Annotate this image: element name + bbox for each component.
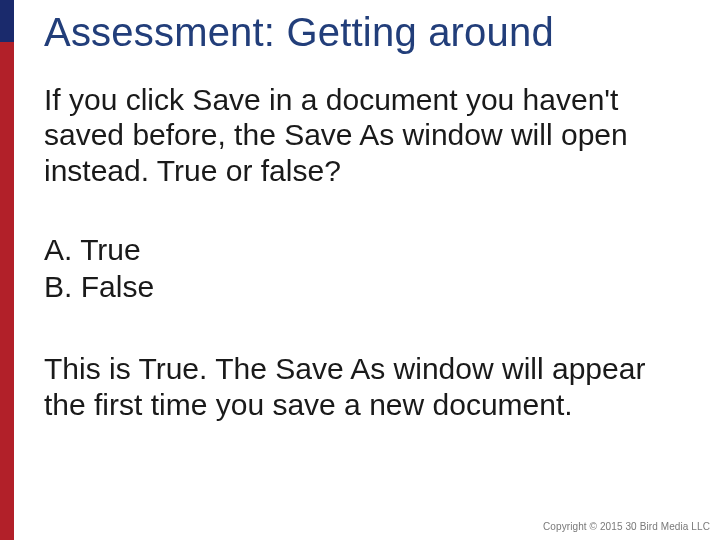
option-label: False (81, 270, 154, 303)
option-letter: A. (44, 233, 72, 266)
option-label: True (80, 233, 141, 266)
options-list: A. True B. False (44, 232, 676, 305)
copyright-text: Copyright © 2015 30 Bird Media LLC (543, 521, 710, 532)
option-letter: B. (44, 270, 72, 303)
slide-title: Assessment: Getting around (44, 10, 676, 54)
question-text: If you click Save in a document you have… (44, 82, 676, 188)
option-b: B. False (44, 269, 676, 306)
explanation-text: This is True. The Save As window will ap… (44, 351, 676, 422)
slide-content: Assessment: Getting around If you click … (0, 0, 720, 540)
option-a: A. True (44, 232, 676, 269)
